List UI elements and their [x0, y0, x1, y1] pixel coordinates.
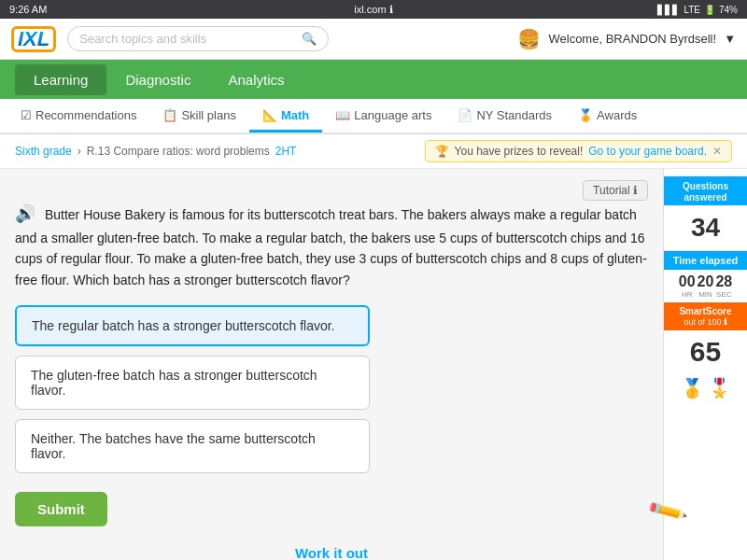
status-indicators: ▋▋▋ LTE 🔋 74%: [657, 5, 738, 15]
badge-gold: 🥇: [681, 377, 704, 399]
tab-bar: ☑ Recommendations 📋 Skill plans 📐 Math 📖…: [0, 99, 747, 134]
recommendations-icon: ☑: [21, 108, 32, 122]
tab-skill-plans[interactable]: 📋 Skill plans: [149, 101, 249, 133]
breadcrumb-grade[interactable]: Sixth grade: [15, 145, 72, 158]
green-nav: Learning Diagnostic Analytics: [0, 60, 747, 99]
questions-answered-value: 34: [668, 213, 743, 243]
close-prize-banner[interactable]: ✕: [712, 145, 722, 158]
awards-icon: 🏅: [578, 108, 593, 122]
ixl-logo[interactable]: IXL: [11, 26, 56, 52]
nav-analytics[interactable]: Analytics: [209, 64, 303, 95]
ny-standards-icon: 📄: [458, 108, 472, 122]
breadcrumb: Sixth grade › R.13 Compare ratios: word …: [0, 134, 747, 169]
math-icon: 📐: [262, 108, 277, 122]
smartscore-header: SmartScore out of 100 ℹ: [664, 302, 747, 330]
breadcrumb-separator: ›: [78, 145, 81, 158]
network-indicator: LTE: [684, 5, 700, 15]
prize-link[interactable]: Go to your game board.: [588, 145, 707, 158]
breadcrumb-skill: R.13 Compare ratios: word problems: [87, 145, 270, 158]
answer-option-1[interactable]: The gluten-free batch has a stronger but…: [15, 356, 370, 410]
tab-recommendations[interactable]: ☑ Recommendations: [7, 101, 149, 133]
search-icon[interactable]: 🔍: [302, 32, 317, 46]
main-area: Tutorial ℹ 🔊 Butter House Bakery is famo…: [0, 169, 747, 560]
dropdown-icon[interactable]: ▼: [724, 32, 736, 46]
tab-ny-standards[interactable]: 📄 NY Standards: [444, 101, 565, 133]
signal-icon: ▋▋▋: [657, 5, 680, 15]
search-placeholder: Search topics and skills: [79, 32, 206, 46]
badge-area: 🥇 🎖️: [681, 371, 731, 405]
badge-blue: 🎖️: [708, 377, 731, 399]
header-right: 🍔 Welcome, BRANDON Byrdsell! ▼: [517, 28, 736, 50]
question-text: 🔊 Butter House Bakery is famous for its …: [15, 201, 648, 290]
questions-answered-value-section: 34: [664, 205, 747, 251]
breadcrumb-code: 2HT: [275, 145, 297, 158]
time-elapsed-header: Time elapsed: [664, 251, 747, 270]
language-arts-icon: 📖: [335, 108, 350, 122]
time-seconds: 28 SEC: [715, 273, 732, 299]
top-header: IXL Search topics and skills 🔍 🍔 Welcome…: [0, 19, 747, 60]
tab-language-arts[interactable]: 📖 Language arts: [322, 101, 444, 133]
welcome-text: Welcome, BRANDON Byrdsell!: [548, 32, 716, 46]
battery-icon: 🔋: [704, 5, 715, 15]
burger-icon[interactable]: 🍔: [517, 28, 541, 50]
trophy-icon: 🏆: [435, 145, 449, 158]
questions-answered-header: Questions answered: [664, 176, 747, 205]
tab-awards[interactable]: 🏅 Awards: [565, 101, 650, 133]
time-hours: 00 HR: [679, 273, 696, 299]
search-box[interactable]: Search topics and skills 🔍: [67, 26, 329, 51]
work-it-out-heading: Work it out: [15, 545, 648, 560]
question-panel: Tutorial ℹ 🔊 Butter House Bakery is famo…: [0, 169, 663, 560]
status-time: 9:26 AM: [9, 4, 47, 15]
prize-text: You have prizes to reveal!: [455, 145, 584, 158]
skill-plans-icon: 📋: [162, 108, 177, 122]
answer-option-2[interactable]: Neither. The batches have the same butte…: [15, 419, 370, 473]
time-minutes: 20 MIN: [698, 273, 714, 299]
nav-diagnostic[interactable]: Diagnostic: [106, 64, 209, 95]
prize-banner: 🏆 You have prizes to reveal! Go to your …: [425, 140, 732, 162]
nav-learning[interactable]: Learning: [15, 64, 106, 95]
answer-option-0[interactable]: The regular batch has a stronger butters…: [15, 305, 370, 346]
status-url: ixl.com ℹ: [354, 4, 392, 16]
time-display: 00 HR 20 MIN 28 SEC: [677, 270, 734, 302]
tab-math[interactable]: 📐 Math: [249, 101, 322, 133]
tutorial-button[interactable]: Tutorial ℹ: [583, 180, 648, 201]
speaker-icon[interactable]: 🔊: [15, 201, 35, 228]
submit-button[interactable]: Submit: [15, 492, 107, 526]
smartscore-value: 65: [690, 330, 721, 371]
battery-level: 74%: [719, 5, 738, 15]
status-bar: 9:26 AM ixl.com ℹ ▋▋▋ LTE 🔋 74%: [0, 0, 747, 19]
